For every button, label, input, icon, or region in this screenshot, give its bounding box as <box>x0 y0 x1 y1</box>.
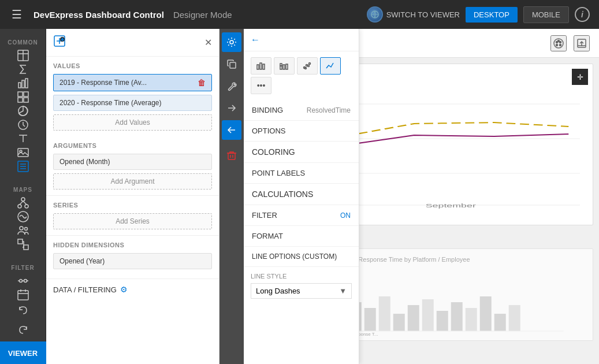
binding-value: ResolvedTime <box>307 106 351 114</box>
format-option[interactable]: FORMAT <box>244 226 359 247</box>
mobile-button[interactable]: MOBILE <box>523 6 569 23</box>
svg-rect-5 <box>22 80 24 88</box>
tool-arrow-right[interactable] <box>222 98 241 118</box>
chart-card-3: Average Response Time by Platform / Empl… <box>326 248 594 341</box>
tool-copy[interactable] <box>222 54 241 74</box>
data-filtering-section[interactable]: DATA / FILTERING ⚙ <box>46 278 219 300</box>
sidebar-icon-bar-chart[interactable] <box>12 77 35 90</box>
svg-rect-65 <box>465 308 477 331</box>
top-bar-right: SWITCH TO VIEWER DESKTOP MOBILE i <box>367 6 590 23</box>
options-option[interactable]: OPTIONS <box>244 121 359 142</box>
series-label: SERIES <box>53 202 212 209</box>
close-panel-button[interactable]: ✕ <box>204 37 212 48</box>
calculations-option[interactable]: CALCULATIONS <box>244 184 359 205</box>
add-item-icon[interactable]: + <box>53 35 66 50</box>
sidebar-icon-image[interactable] <box>12 146 35 159</box>
right-panel-header: ← <box>244 29 359 51</box>
filter-label: FILTER <box>252 211 277 220</box>
filter-option[interactable]: FILTER ON <box>244 205 359 226</box>
tool-settings[interactable] <box>222 32 241 52</box>
svg-rect-60 <box>393 314 404 331</box>
svg-rect-64 <box>451 302 462 331</box>
coloring-option[interactable]: COLORING <box>244 142 359 163</box>
tool-wrench[interactable] <box>222 76 241 96</box>
line-options-label: LINE OPTIONS (CUSTOM) <box>252 252 337 261</box>
tool-arrow-left[interactable] <box>222 120 241 140</box>
maps-section-label: MAPS <box>0 182 46 195</box>
svg-rect-91 <box>280 64 282 66</box>
add-argument-button[interactable]: Add Argument <box>53 173 212 190</box>
options-label: OPTIONS <box>252 127 286 135</box>
svg-rect-80 <box>230 62 236 68</box>
add-values-button[interactable]: Add Values <box>53 114 212 131</box>
sidebar-icon-sigma[interactable] <box>12 63 35 76</box>
switch-viewer-label: SWITCH TO VIEWER <box>386 10 460 19</box>
value-chip-1[interactable]: 2020 - Response Time (Average) <box>53 95 212 111</box>
sidebar-icon-map[interactable] <box>12 210 35 223</box>
series-type-bar[interactable] <box>251 57 271 75</box>
svg-rect-68 <box>508 305 520 331</box>
sidebar-icon-squares[interactable] <box>12 238 35 251</box>
tool-delete[interactable] <box>222 146 241 165</box>
svg-line-23 <box>23 201 27 205</box>
sidebar-icon-tiles[interactable] <box>12 91 35 103</box>
sidebar-icon-list[interactable] <box>12 160 35 173</box>
switch-viewer-button[interactable]: SWITCH TO VIEWER <box>367 6 460 23</box>
sidebar-icon-pie[interactable] <box>12 105 35 117</box>
add-series-button[interactable]: Add Series <box>53 213 212 229</box>
series-type-line[interactable] <box>320 57 341 75</box>
binding-option[interactable]: BINDING ResolvedTime <box>244 100 359 121</box>
app-mode: Designer Mode <box>173 10 232 20</box>
series-type-more[interactable]: ••• <box>251 77 271 94</box>
svg-rect-8 <box>24 92 28 96</box>
chart-move-icon[interactable]: ✛ <box>572 69 588 85</box>
sidebar-icon-people[interactable] <box>12 224 35 237</box>
binding-label: BINDING <box>252 106 283 114</box>
left-panel: + ✕ VALUES 2019 - Response Time (Av... 🗑… <box>46 29 219 364</box>
app-title: DevExpress Dashboard Control <box>34 10 164 20</box>
sidebar-icon-text[interactable] <box>12 132 35 145</box>
svg-rect-88 <box>260 63 262 69</box>
line-style-select[interactable]: Long Dashes ▼ <box>251 283 352 299</box>
svg-rect-92 <box>283 65 285 69</box>
undo-button[interactable] <box>14 302 32 318</box>
content-header-actions <box>550 35 590 51</box>
values-section: VALUES 2019 - Response Time (Av... 🗑 202… <box>46 57 219 136</box>
svg-point-39 <box>556 44 558 46</box>
data-filtering-label: DATA / FILTERING <box>53 285 117 294</box>
svg-rect-4 <box>18 83 21 88</box>
back-button[interactable]: ← <box>251 35 260 45</box>
export-button[interactable] <box>574 35 590 51</box>
sidebar-icon-table[interactable] <box>12 49 35 62</box>
sidebar-icon-calendar[interactable] <box>12 288 35 301</box>
sidebar-icon-nodes[interactable] <box>12 196 35 209</box>
argument-chip-0[interactable]: Opened (Month) <box>53 154 212 170</box>
line-options-option[interactable]: LINE OPTIONS (CUSTOM) <box>244 247 359 267</box>
delete-value-0[interactable]: 🗑 <box>198 78 206 87</box>
svg-point-21 <box>21 198 25 201</box>
hidden-dim-label: HIDDEN DIMENSIONS <box>53 242 212 248</box>
point-labels-option[interactable]: POINT LABELS <box>244 163 359 184</box>
sidebar-icon-clock[interactable] <box>12 118 35 131</box>
viewer-button[interactable]: VIEWER <box>0 341 46 364</box>
svg-point-40 <box>560 44 561 46</box>
svg-point-41 <box>558 40 560 42</box>
sidebar-icon-range[interactable] <box>12 274 35 287</box>
filter-section-label: FILTER <box>0 260 46 273</box>
value-chip-0[interactable]: 2019 - Response Time (Av... 🗑 <box>53 74 212 91</box>
series-type-scatter[interactable] <box>297 57 318 75</box>
desktop-button[interactable]: DESKTOP <box>466 7 518 23</box>
hamburger-menu[interactable]: ☰ <box>9 5 24 24</box>
hidden-dim-chip-0[interactable]: Opened (Year) <box>53 253 212 269</box>
redo-button[interactable] <box>14 322 32 338</box>
calculations-label: CALCULATIONS <box>252 190 313 199</box>
svg-rect-63 <box>436 311 448 331</box>
dropdown-arrow-icon: ▼ <box>339 287 347 295</box>
value-chip-label-1: 2020 - Response Time (Average) <box>59 99 162 107</box>
svg-text:+: + <box>61 38 64 42</box>
info-button[interactable]: i <box>575 7 590 22</box>
palette-button[interactable] <box>550 35 567 51</box>
hidden-dimensions-section: HIDDEN DIMENSIONS Opened (Year) <box>46 235 219 278</box>
series-type-stacked[interactable] <box>274 57 295 75</box>
content-area: Customer Support - Feature Demo January … <box>46 29 599 364</box>
